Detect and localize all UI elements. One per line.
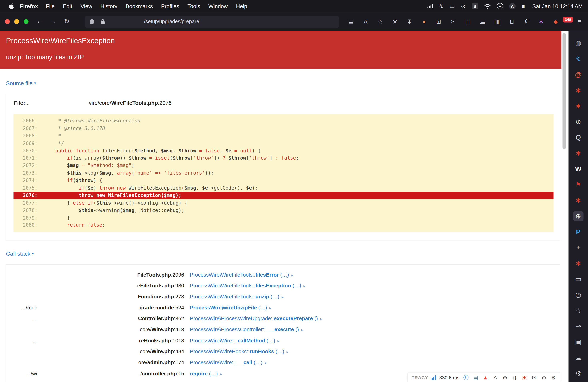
stack-frame-link[interactable]: ProcessWire\Wire::___call (…)▸ xyxy=(190,357,267,369)
lock-icon[interactable] xyxy=(101,19,105,24)
menu-list-icon[interactable]: ≡ xyxy=(521,3,525,9)
expand-arrow-icon[interactable]: ▸ xyxy=(220,371,222,376)
expand-arrow-icon[interactable]: ▸ xyxy=(287,350,289,354)
tracy-gear-icon[interactable]: ⚙ xyxy=(551,375,557,380)
app-badge-s-icon[interactable]: S xyxy=(472,3,478,9)
mute-icon[interactable]: ⊘ xyxy=(461,3,466,10)
extensions-puzzle-icon[interactable]: ⊞ xyxy=(431,18,446,25)
library-icon[interactable]: ⊔ xyxy=(504,18,519,25)
menu-profiles[interactable]: Profiles xyxy=(157,3,183,9)
stack-frame-link[interactable]: ProcessWire\ProcessController::___execut… xyxy=(190,324,303,336)
tracy-bug-icon[interactable]: Ж xyxy=(521,375,528,380)
tracy-chart-icon[interactable] xyxy=(431,375,436,380)
back-icon[interactable]: ← xyxy=(33,18,47,25)
tab-favicon-swirl[interactable]: @ xyxy=(573,70,584,79)
expand-arrow-icon[interactable]: ▸ xyxy=(282,295,284,299)
tab-favicon-asterisk-5[interactable]: ∗ xyxy=(573,259,584,268)
menu-bar-clock[interactable]: Sat Jan 10 12:14 AM xyxy=(532,3,583,9)
hamburger-menu-icon[interactable]: ≡ xyxy=(574,17,585,26)
downloads-icon[interactable]: ↧ xyxy=(402,18,417,25)
sidebar-history-icon[interactable]: ◷ xyxy=(573,290,584,300)
apple-menu-icon[interactable] xyxy=(8,3,14,9)
expand-arrow-icon[interactable]: ▸ xyxy=(277,339,279,343)
menu-window[interactable]: Window xyxy=(204,3,232,9)
app-badge-a-icon[interactable]: A xyxy=(509,3,516,9)
tab-favicon-asterisk-4[interactable]: ∗ xyxy=(573,196,584,205)
fr-extension-icon[interactable]: fr xyxy=(519,19,534,25)
stack-frame-link[interactable]: ProcessWire\WireFileTools::filesExceptio… xyxy=(190,280,306,292)
tracy-braces-icon[interactable]: {} xyxy=(512,375,518,380)
display-mirroring-icon[interactable]: ▭ xyxy=(450,3,455,10)
expand-arrow-icon[interactable]: ▸ xyxy=(320,317,322,321)
menu-edit[interactable]: Edit xyxy=(59,3,76,9)
tab-favicon-wikipedia[interactable]: W xyxy=(573,164,584,174)
stack-frame-link[interactable]: require (…)▸ xyxy=(190,368,222,380)
cellular-signal-icon[interactable] xyxy=(427,4,433,8)
sidebar-devices-icon[interactable]: ▣ xyxy=(573,337,584,347)
power-flash-icon[interactable]: ↯ xyxy=(439,3,444,10)
url-bar[interactable]: /setup/upgrades/prepare xyxy=(85,16,339,28)
stack-frame-link[interactable]: ProcessWire\WireHooks::runHooks (…)▸ xyxy=(190,346,289,358)
call-stack-toggle[interactable]: Call stack▾ xyxy=(6,250,34,257)
menu-help[interactable]: Help xyxy=(232,3,251,9)
reader-view-icon[interactable]: ▤ xyxy=(344,18,358,25)
window-zoom-button[interactable] xyxy=(24,19,28,24)
tracy-dumps-icon[interactable]: ▤ xyxy=(473,375,479,380)
expand-arrow-icon[interactable]: ▸ xyxy=(269,306,271,310)
adblock-shield-icon[interactable]: ◆ xyxy=(548,18,563,25)
pocket-icon[interactable]: ▥ xyxy=(490,18,504,25)
tab-favicon-sphere[interactable]: ◍ xyxy=(573,38,584,48)
stack-frame-link[interactable]: ProcessWire\ProcessWireUpgrade::executeP… xyxy=(190,313,322,325)
url-text[interactable]: /setup/upgrades/prepare xyxy=(144,19,199,24)
menu-tools[interactable]: Tools xyxy=(183,3,204,9)
vertical-scrollbar-thumb[interactable] xyxy=(563,33,566,149)
tab-favicon-asterisk-3[interactable]: ∗ xyxy=(573,149,584,158)
file-path-name[interactable]: WireFileTools.php xyxy=(111,100,158,106)
active-app-name[interactable]: Firefox xyxy=(20,3,38,9)
sidebar-screen-icon[interactable]: ▭ xyxy=(573,274,584,284)
extension-count-badge[interactable]: 348 xyxy=(563,17,573,22)
tracy-power-icon[interactable]: ⊙ xyxy=(541,375,547,380)
source-file-toggle[interactable]: Source file▾ xyxy=(6,80,36,86)
tracy-time[interactable]: 330.6 ms xyxy=(440,375,459,381)
tracy-logo[interactable]: TRACY xyxy=(412,375,428,380)
cloud-icon[interactable]: ☁ xyxy=(475,18,490,25)
stack-frame-link[interactable]: ProcessWire\WireFileTools::unzip (…)▸ xyxy=(190,291,284,303)
window-close-button[interactable] xyxy=(5,19,10,24)
menu-view[interactable]: View xyxy=(76,3,96,9)
reload-icon[interactable]: ↻ xyxy=(60,18,74,25)
window-minimize-button[interactable] xyxy=(14,19,19,24)
wifi-icon[interactable] xyxy=(484,4,491,9)
tools-wrench-icon[interactable]: ⚒ xyxy=(387,18,402,25)
play-status-icon[interactable]: ▶ xyxy=(497,3,503,9)
tab-favicon-flag[interactable]: ⚑ xyxy=(573,180,584,190)
tab-favicon-asterisk-1[interactable]: ∗ xyxy=(573,86,584,95)
expand-arrow-icon[interactable]: ▸ xyxy=(301,328,303,332)
sidebar-settings-icon[interactable]: ⚙ xyxy=(573,369,584,378)
tab-favicon-globe-active[interactable]: ⊕ xyxy=(573,211,584,221)
tab-favicon-flash[interactable]: ↯ xyxy=(573,54,584,64)
forward-icon[interactable]: → xyxy=(47,18,60,25)
menu-file[interactable]: File xyxy=(42,3,59,9)
menu-bookmarks[interactable]: Bookmarks xyxy=(122,3,157,9)
tracy-mail-icon[interactable]: ✉ xyxy=(531,375,537,380)
tracy-bell-icon[interactable]: ∆ xyxy=(492,375,498,380)
tab-favicon-globe-1[interactable]: ⊕ xyxy=(573,117,584,127)
sidebar-passwords-icon[interactable]: ⊸ xyxy=(573,322,584,331)
stack-frame-link[interactable]: ProcessWire\Wire::_callMethod (…)▸ xyxy=(190,335,280,347)
tab-favicon-processwire[interactable]: P xyxy=(573,227,584,237)
tracy-ban-icon[interactable]: ⊖ xyxy=(502,375,508,380)
sidebar-sync-cloud-icon[interactable]: ☁ xyxy=(573,353,584,363)
tracy-rocket-icon[interactable]: ▲ xyxy=(482,375,489,380)
bookmark-star-icon[interactable]: ☆ xyxy=(373,18,387,25)
sidebar-new-tab-icon[interactable]: + xyxy=(573,243,584,252)
tracy-info-icon[interactable]: ⓟ xyxy=(463,375,469,380)
screenshot-icon[interactable]: ✂ xyxy=(446,18,461,25)
extension-flower-icon[interactable]: ∗ xyxy=(534,18,548,25)
stack-frame-link[interactable]: ProcessWire\WireFileTools::filesError (…… xyxy=(190,269,294,281)
tracking-protection-shield-icon[interactable] xyxy=(89,19,94,25)
sidebar-toggle-icon[interactable]: ◫ xyxy=(461,18,475,25)
tab-favicon-asterisk-2[interactable]: ∗ xyxy=(573,101,584,111)
stack-frame-link[interactable]: ProcessWire\wireUnzipFile (…)▸ xyxy=(190,302,272,314)
translate-icon[interactable]: A xyxy=(358,18,373,25)
